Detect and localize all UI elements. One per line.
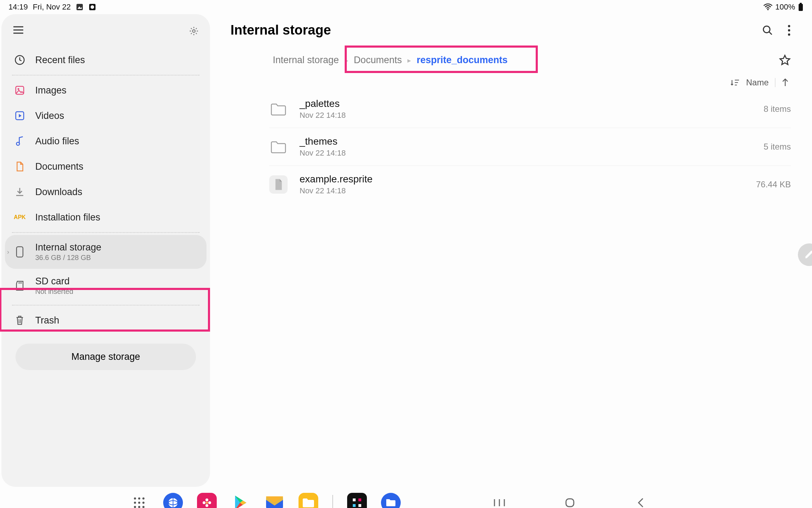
document-icon	[14, 161, 25, 172]
sidebar-item-trash[interactable]: Trash	[5, 308, 207, 333]
battery-percent: 100%	[775, 2, 795, 12]
edit-fab[interactable]	[798, 243, 812, 266]
file-meta: 76.44 KB	[756, 180, 791, 189]
svg-point-35	[138, 506, 140, 508]
sidebar-label-documents: Documents	[35, 161, 84, 172]
settings-icon[interactable]	[189, 26, 199, 37]
divider	[775, 78, 775, 87]
svg-point-31	[134, 502, 136, 504]
svg-point-43	[205, 504, 208, 507]
audio-icon	[14, 135, 25, 147]
breadcrumb-item-2[interactable]: resprite_documents	[413, 53, 511, 68]
divider	[12, 305, 199, 306]
svg-line-24	[769, 32, 772, 35]
file-row-folder[interactable]: _themes Nov 22 14:18 5 items	[269, 128, 791, 166]
file-meta: 8 items	[764, 104, 791, 114]
status-time: 14:19	[8, 2, 28, 12]
pixel-app-icon[interactable]	[347, 493, 367, 508]
favorite-icon[interactable]	[779, 54, 791, 66]
sidebar-label-videos: Videos	[35, 110, 64, 121]
svg-point-30	[142, 497, 144, 500]
chevron-right-icon: ▸	[405, 56, 413, 65]
app-drawer-icon[interactable]	[129, 493, 149, 508]
sort-icon[interactable]	[731, 79, 740, 86]
files-app-icon[interactable]	[381, 493, 401, 508]
nav-back-icon[interactable]	[633, 497, 647, 508]
gallery-app-icon[interactable]	[197, 493, 217, 508]
sidebar-label-trash: Trash	[35, 315, 59, 326]
dock	[0, 487, 812, 508]
file-name: example.resprite	[300, 174, 756, 185]
download-icon	[14, 186, 25, 198]
sidebar-item-images[interactable]: Images	[5, 78, 207, 103]
divider	[12, 75, 199, 75]
svg-point-27	[788, 33, 790, 35]
sidebar-item-recent[interactable]: Recent files	[5, 47, 207, 73]
sidebar: Recent files Images Videos Audio files	[1, 14, 210, 487]
sd-card-icon	[14, 280, 25, 291]
mail-app-icon[interactable]	[265, 493, 284, 508]
sort-label[interactable]: Name	[746, 78, 769, 87]
status-bar: 14:19 Fri, Nov 22 100%	[0, 0, 812, 14]
wifi-icon	[763, 4, 773, 11]
svg-rect-55	[358, 504, 361, 507]
page-title: Internal storage	[230, 23, 331, 38]
svg-point-13	[18, 88, 19, 90]
svg-line-21	[19, 319, 19, 323]
file-meta: 5 items	[764, 142, 791, 152]
breadcrumb: Internal storage ▸ Documents ▸ resprite_…	[230, 53, 791, 68]
breadcrumb-item-0[interactable]: Internal storage	[269, 53, 343, 68]
more-icon[interactable]	[787, 25, 791, 36]
sidebar-item-sd-card[interactable]: SD card Not inserted	[5, 269, 207, 303]
chevron-right-icon: ▸	[343, 56, 350, 65]
phone-storage-icon	[14, 246, 25, 258]
video-icon	[14, 110, 25, 121]
svg-point-32	[138, 502, 140, 504]
main-panel: Internal storage Internal storage ▸ Docu…	[210, 14, 812, 487]
breadcrumb-item-1[interactable]: Documents	[350, 53, 406, 68]
svg-point-23	[763, 26, 770, 33]
sidebar-item-documents[interactable]: Documents	[5, 154, 207, 179]
clock-icon	[14, 54, 25, 66]
file-name: _palettes	[300, 98, 764, 109]
status-date: Fri, Nov 22	[33, 2, 71, 12]
nav-home-icon[interactable]	[563, 497, 577, 508]
nav-recent-icon[interactable]	[492, 498, 506, 508]
svg-point-3	[91, 5, 94, 9]
svg-point-29	[138, 497, 140, 500]
sidebar-sub-sd: Not inserted	[35, 288, 73, 296]
search-icon[interactable]	[762, 25, 773, 36]
sidebar-label-sd: SD card	[35, 276, 73, 287]
svg-point-26	[788, 29, 790, 31]
folder-icon	[269, 100, 288, 118]
sidebar-item-audio[interactable]: Audio files	[5, 128, 207, 154]
sidebar-sub-internal: 36.6 GB / 128 GB	[35, 254, 102, 262]
trash-icon	[14, 315, 25, 326]
file-date: Nov 22 14:18	[300, 186, 756, 195]
file-row-folder[interactable]: _palettes Nov 22 14:18 8 items	[269, 90, 791, 128]
svg-point-10	[192, 30, 195, 32]
play-store-icon[interactable]	[231, 493, 251, 508]
svg-point-25	[788, 25, 790, 27]
svg-point-33	[142, 502, 144, 504]
file-row-file[interactable]: example.resprite Nov 22 14:18 76.44 KB	[269, 166, 791, 203]
folder-icon	[269, 138, 288, 156]
battery-icon	[798, 3, 804, 11]
manage-storage-button[interactable]: Manage storage	[16, 344, 196, 370]
sidebar-item-internal-storage[interactable]: › Internal storage 36.6 GB / 128 GB	[5, 235, 207, 269]
svg-line-22	[20, 319, 21, 323]
sidebar-item-installation[interactable]: APK Installation files	[5, 205, 207, 230]
browser-app-icon[interactable]	[163, 493, 183, 508]
svg-rect-59	[566, 499, 574, 507]
menu-icon[interactable]	[13, 26, 24, 37]
divider	[12, 232, 199, 233]
svg-rect-5	[799, 4, 803, 11]
sidebar-item-videos[interactable]: Videos	[5, 103, 207, 128]
sidebar-label-audio: Audio files	[35, 136, 79, 147]
sort-direction-icon[interactable]	[782, 78, 789, 87]
sidebar-label-internal: Internal storage	[35, 242, 102, 253]
my-files-app-icon[interactable]	[299, 493, 318, 508]
sidebar-item-downloads[interactable]: Downloads	[5, 179, 207, 205]
svg-point-44	[206, 502, 208, 504]
svg-rect-54	[353, 504, 356, 507]
